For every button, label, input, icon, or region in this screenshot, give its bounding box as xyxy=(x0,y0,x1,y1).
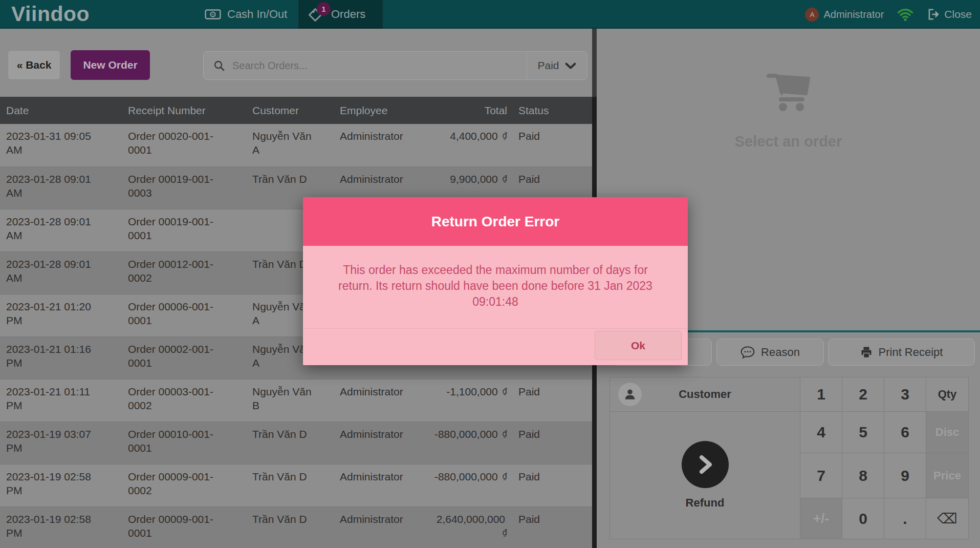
numpad-key-plus-minus: +/- xyxy=(800,498,842,539)
orders-count-badge: 1 xyxy=(317,2,331,16)
order-receipt-number: Order 00003-001-0002 xyxy=(128,380,252,421)
refund-button[interactable]: Refund xyxy=(610,412,800,539)
order-employee: Administrator xyxy=(340,422,429,464)
numpad-key-2[interactable]: 2 xyxy=(842,377,884,411)
order-date: 2023-01-21 01:11 PM xyxy=(6,380,128,421)
avatar: A xyxy=(805,8,819,22)
order-status: Paid xyxy=(507,507,592,548)
currency-symbol: ₫ xyxy=(500,174,507,183)
ok-button[interactable]: Ok xyxy=(595,331,682,360)
print-receipt-label: Print Receipt xyxy=(879,346,943,359)
currency-symbol: ₫ xyxy=(500,472,507,481)
order-status: Paid xyxy=(507,465,592,507)
dialog-message: This order has exceeded the maximum numb… xyxy=(303,246,688,328)
nav-cash-label: Cash In/Out xyxy=(227,8,287,21)
order-date: 2023-01-28 09:01 AM xyxy=(6,252,128,294)
order-status: Paid xyxy=(507,124,592,166)
user-menu[interactable]: A Administrator xyxy=(805,8,884,22)
order-customer: Trần Văn D xyxy=(252,465,340,507)
numpad-key-7[interactable]: 7 xyxy=(800,453,842,498)
header-total: Total xyxy=(429,103,507,117)
search-input[interactable] xyxy=(225,52,527,79)
empty-order-message: Select an order xyxy=(735,133,842,150)
currency-symbol: ₫ xyxy=(500,131,507,140)
close-session-button[interactable]: Close xyxy=(927,8,972,20)
sign-out-icon xyxy=(927,8,940,20)
table-row[interactable]: 2023-01-31 09:05 AM Order 00020-001-0001… xyxy=(0,124,592,166)
numpad-key-price: Price xyxy=(926,453,968,498)
order-employee: Administrator xyxy=(340,380,429,421)
user-name: Administrator xyxy=(823,9,884,20)
table-row[interactable]: 2023-01-19 02:58 PM Order 00009-001-0002… xyxy=(0,464,592,507)
chevron-down-icon xyxy=(564,62,577,70)
numpad-key-1[interactable]: 1 xyxy=(800,377,842,411)
order-receipt-number: Order 00009-001-0002 xyxy=(128,465,252,507)
order-status: Paid xyxy=(507,380,592,421)
status-filter-dropdown[interactable]: Paid xyxy=(527,52,587,79)
order-total: 4,400,000 ₫ xyxy=(429,124,507,166)
orders-toolbar: « Back New Order Paid xyxy=(0,29,592,97)
top-navbar: Viindoo Cash In/Out 1 xyxy=(0,0,980,29)
numpad-key-dot[interactable]: . xyxy=(884,498,926,539)
order-total: -880,000,000 ₫ xyxy=(429,422,507,464)
order-customer: Nguyễn Văn B xyxy=(252,380,340,421)
table-row[interactable]: 2023-01-19 03:07 PM Order 00010-001-0001… xyxy=(0,421,592,464)
order-receipt-number: Order 00010-001-0001 xyxy=(128,422,252,464)
order-date: 2023-01-31 09:05 AM xyxy=(6,124,128,166)
numpad-key-6[interactable]: 6 xyxy=(884,412,926,453)
print-receipt-button[interactable]: Print Receipt xyxy=(828,339,975,366)
order-receipt-number: Order 00019-001-0003 xyxy=(128,167,252,209)
chevron-right-icon xyxy=(682,441,729,488)
banknote-icon xyxy=(205,8,221,20)
order-date: 2023-01-19 03:07 PM xyxy=(6,422,128,464)
numpad-key-backspace[interactable]: ⌫ xyxy=(926,498,968,539)
header-status: Status xyxy=(507,103,592,117)
order-customer: Nguyễn Văn A xyxy=(252,124,340,166)
table-row[interactable]: 2023-01-19 02:58 PM Order 00009-001-0001… xyxy=(0,507,592,548)
numpad-key-5[interactable]: 5 xyxy=(842,412,884,453)
order-receipt-number: Order 00009-001-0001 xyxy=(128,507,252,548)
header-receipt: Receipt Number xyxy=(128,103,252,117)
tab-orders[interactable]: 1 Orders xyxy=(298,0,383,29)
reason-button[interactable]: Reason xyxy=(716,339,824,366)
order-receipt-number: Order 00006-001-0001 xyxy=(128,294,252,336)
numpad-key-4[interactable]: 4 xyxy=(800,412,842,453)
numpad-key-qty[interactable]: Qty xyxy=(926,377,968,411)
order-employee: Administrator xyxy=(340,124,429,166)
back-button[interactable]: « Back xyxy=(8,50,60,80)
person-icon xyxy=(618,383,642,406)
order-customer: Trần Văn D xyxy=(252,507,340,548)
cart-icon xyxy=(765,70,813,116)
order-receipt-number: Order 00020-001-0001 xyxy=(128,124,252,166)
new-order-button[interactable]: New Order xyxy=(71,50,150,80)
return-order-error-dialog: Return Order Error This order has exceed… xyxy=(303,197,688,365)
order-employee: Administrator xyxy=(340,507,429,548)
order-total: 2,640,000,000 ₫ xyxy=(429,507,507,548)
pos-orders-screen: Viindoo Cash In/Out 1 xyxy=(0,0,980,548)
header-customer: Customer xyxy=(252,103,340,117)
customer-label: Customer xyxy=(679,388,731,401)
numpad-key-8[interactable]: 8 xyxy=(842,453,884,498)
numpad: Customer 1 2 3 Qty 4 5 6 Disc 7 8 9 Pric… xyxy=(609,377,969,539)
order-date: 2023-01-28 09:01 AM xyxy=(6,167,128,209)
order-employee: Administrator xyxy=(340,465,429,507)
currency-symbol: ₫ xyxy=(500,429,507,438)
header-date: Date xyxy=(6,103,128,117)
refund-label: Refund xyxy=(686,496,725,510)
order-date: 2023-01-19 02:58 PM xyxy=(6,465,128,507)
numpad-key-0[interactable]: 0 xyxy=(842,498,884,539)
order-total: -880,000,000 ₫ xyxy=(429,465,507,507)
order-date: 2023-01-21 01:20 PM xyxy=(6,294,128,336)
order-receipt-number: Order 00012-001-0002 xyxy=(128,252,252,294)
numpad-key-3[interactable]: 3 xyxy=(884,377,926,411)
printer-icon xyxy=(860,346,873,359)
table-row[interactable]: 2023-01-21 01:11 PM Order 00003-001-0002… xyxy=(0,379,592,421)
order-receipt-number: Order 00002-001-0001 xyxy=(128,337,252,379)
numpad-key-9[interactable]: 9 xyxy=(884,453,926,498)
numpad-key-disc: Disc xyxy=(926,412,968,453)
wifi-status-icon[interactable] xyxy=(897,8,913,22)
customer-button[interactable]: Customer xyxy=(610,377,800,411)
tab-orders-label: Orders xyxy=(331,8,365,21)
header-employee: Employee xyxy=(340,103,429,117)
nav-cash-in-out[interactable]: Cash In/Out xyxy=(205,0,287,29)
